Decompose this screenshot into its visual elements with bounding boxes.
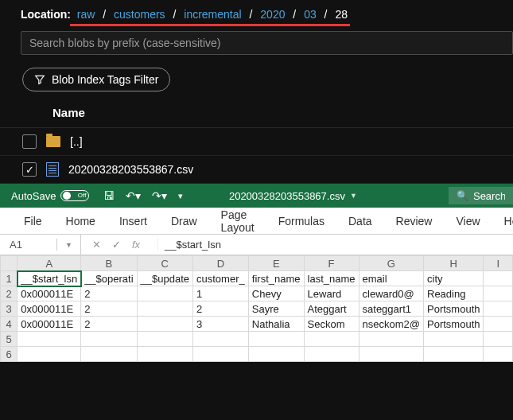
qat-customize-icon[interactable]: ▾ xyxy=(178,191,183,201)
cell-D4[interactable]: 3 xyxy=(193,317,249,332)
cell-F3[interactable]: Ateggart xyxy=(304,301,359,317)
cell-H5[interactable] xyxy=(424,332,484,347)
cell-H4[interactable]: Portsmouth xyxy=(424,317,484,332)
cell-I6[interactable] xyxy=(484,347,513,362)
cell-B1[interactable]: __$operati xyxy=(81,271,137,286)
cell-B3[interactable]: 2 xyxy=(81,301,137,317)
cell-E6[interactable] xyxy=(248,347,304,362)
cell-C4[interactable] xyxy=(137,317,192,332)
breadcrumb-incremental[interactable]: incremental xyxy=(184,8,241,21)
cell-G6[interactable] xyxy=(359,347,423,362)
cell-B5[interactable] xyxy=(81,332,137,347)
autosave-control[interactable]: AutoSave Off xyxy=(11,190,89,202)
breadcrumb-2020[interactable]: 2020 xyxy=(260,8,285,21)
cell-F4[interactable]: Seckom xyxy=(304,317,359,332)
tab-view[interactable]: View xyxy=(456,215,480,228)
row-header-2[interactable]: 2 xyxy=(1,286,17,301)
col-header-F[interactable]: F xyxy=(304,256,359,271)
col-header-E[interactable]: E xyxy=(248,256,304,271)
cell-E5[interactable] xyxy=(248,332,304,347)
checkbox-up[interactable] xyxy=(22,134,37,149)
row-header-3[interactable]: 3 xyxy=(1,301,17,317)
list-item-file[interactable]: 20200328203553867.csv xyxy=(0,156,513,184)
col-header-I[interactable]: I xyxy=(484,256,513,271)
cell-G2[interactable]: cleward0@ xyxy=(359,286,423,301)
tab-page-layout[interactable]: Page Layout xyxy=(221,208,255,234)
title-dropdown-icon[interactable]: ▼ xyxy=(350,192,357,200)
blob-index-tags-filter-button[interactable]: Blob Index Tags Filter xyxy=(22,68,170,91)
cell-G1[interactable]: email xyxy=(359,271,423,286)
cell-C3[interactable] xyxy=(137,301,192,317)
col-header-A[interactable]: A xyxy=(17,256,81,271)
cell-G3[interactable]: sateggart1 xyxy=(359,301,423,317)
cell-H6[interactable] xyxy=(424,347,484,362)
col-header-G[interactable]: G xyxy=(359,256,423,271)
cell-G4[interactable]: nseckom2@ xyxy=(359,317,423,332)
checkbox-file[interactable] xyxy=(22,162,37,177)
cell-H3[interactable]: Portsmouth xyxy=(424,301,484,317)
search-input[interactable] xyxy=(21,31,513,55)
row-header-5[interactable]: 5 xyxy=(1,332,17,347)
breadcrumb-raw[interactable]: raw xyxy=(77,8,95,21)
cell-I3[interactable] xyxy=(484,301,513,317)
cell-B2[interactable]: 2 xyxy=(81,286,137,301)
cell-I2[interactable] xyxy=(484,286,513,301)
cell-D2[interactable]: 1 xyxy=(193,286,249,301)
fx-icon[interactable]: fx xyxy=(132,239,146,251)
name-box[interactable]: A1 xyxy=(0,239,57,251)
tab-insert[interactable]: Insert xyxy=(119,215,147,228)
col-header-B[interactable]: B xyxy=(81,256,137,271)
tab-help[interactable]: He xyxy=(504,215,513,228)
col-header-H[interactable]: H xyxy=(424,256,484,271)
cell-C6[interactable] xyxy=(137,347,192,362)
tab-data[interactable]: Data xyxy=(348,215,372,228)
breadcrumb-03[interactable]: 03 xyxy=(304,8,317,21)
cell-H1[interactable]: city xyxy=(424,271,484,286)
tab-draw[interactable]: Draw xyxy=(171,215,197,228)
cell-H2[interactable]: Reading xyxy=(424,286,484,301)
cell-A6[interactable] xyxy=(17,347,81,362)
cell-I5[interactable] xyxy=(484,332,513,347)
cell-F1[interactable]: last_name xyxy=(304,271,359,286)
cell-E3[interactable]: Sayre xyxy=(248,301,304,317)
name-box-dropdown-icon[interactable]: ▼ xyxy=(57,235,81,255)
cell-B6[interactable] xyxy=(81,347,137,362)
cell-A3[interactable]: 0x000011E xyxy=(17,301,81,317)
cell-D1[interactable]: customer_ xyxy=(193,271,249,286)
worksheet[interactable]: A B C D E F G H I 1 __$start_lsn __$oper… xyxy=(0,255,513,362)
cell-C1[interactable]: __$update xyxy=(137,271,192,286)
cell-F5[interactable] xyxy=(304,332,359,347)
tab-home[interactable]: Home xyxy=(66,215,95,228)
cell-E4[interactable]: Nathalia xyxy=(248,317,304,332)
breadcrumb-customers[interactable]: customers xyxy=(114,8,165,21)
row-header-6[interactable]: 6 xyxy=(1,347,17,362)
tab-file[interactable]: File xyxy=(24,215,42,228)
autosave-toggle[interactable]: Off xyxy=(60,190,89,201)
save-icon[interactable]: 🖫 xyxy=(103,189,115,202)
row-header-4[interactable]: 4 xyxy=(1,317,17,332)
cell-I4[interactable] xyxy=(484,317,513,332)
column-header-name[interactable]: Name xyxy=(0,106,513,128)
title-search[interactable]: 🔍 xyxy=(449,187,513,204)
cell-A5[interactable] xyxy=(17,332,81,347)
select-all-corner[interactable] xyxy=(1,256,17,271)
cell-B4[interactable]: 2 xyxy=(81,317,137,332)
cell-E1[interactable]: first_name xyxy=(248,271,304,286)
formula-content[interactable]: __$start_lsn xyxy=(157,239,513,251)
cell-F6[interactable] xyxy=(304,347,359,362)
tab-formulas[interactable]: Formulas xyxy=(278,215,325,228)
cell-C2[interactable] xyxy=(137,286,192,301)
row-header-1[interactable]: 1 xyxy=(1,271,17,286)
undo-icon[interactable]: ↶▾ xyxy=(126,189,141,202)
col-header-D[interactable]: D xyxy=(193,256,249,271)
cell-C5[interactable] xyxy=(137,332,192,347)
cell-I1[interactable] xyxy=(484,271,513,286)
cell-D5[interactable] xyxy=(193,332,249,347)
cell-F2[interactable]: Leward xyxy=(304,286,359,301)
cell-A1[interactable]: __$start_lsn xyxy=(17,271,81,286)
redo-icon[interactable]: ↷▾ xyxy=(152,189,167,202)
cell-E2[interactable]: Chevy xyxy=(248,286,304,301)
col-header-C[interactable]: C xyxy=(137,256,192,271)
cell-A4[interactable]: 0x000011E xyxy=(17,317,81,332)
list-item-up[interactable]: [..] xyxy=(0,128,513,156)
